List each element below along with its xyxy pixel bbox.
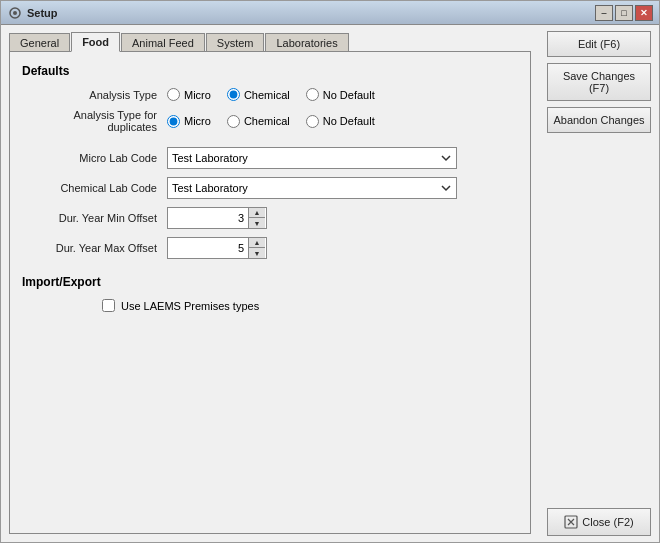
radio-dup-chemical-label: Chemical (244, 115, 290, 127)
edit-button[interactable]: Edit (F6) (547, 31, 651, 57)
analysis-type-dup-row: Analysis Type for duplicates Micro Chemi… (22, 109, 518, 133)
radio-dup-no-default-input[interactable] (306, 115, 319, 128)
chemical-lab-code-row: Chemical Lab Code Test Laboratory (22, 177, 518, 199)
tab-food-content: Defaults Analysis Type Micro Chemical (9, 51, 531, 534)
radio-micro-label: Micro (184, 89, 211, 101)
analysis-type-dup-radio-group: Micro Chemical No Default (167, 115, 375, 128)
close-button-label: Close (F2) (582, 516, 633, 528)
abandon-changes-button[interactable]: Abandon Changes (547, 107, 651, 133)
radio-dup-chemical-item[interactable]: Chemical (227, 115, 290, 128)
tab-bar: General Food Animal Feed System Laborato… (9, 31, 531, 51)
title-bar-icon (7, 5, 23, 21)
tab-food[interactable]: Food (71, 32, 120, 52)
dur-year-min-spinner-buttons: ▲ ▼ (248, 208, 265, 228)
setup-window: Setup – □ ✕ General Food Animal Feed Sys… (0, 0, 660, 543)
radio-dup-micro-input[interactable] (167, 115, 180, 128)
radio-micro-item[interactable]: Micro (167, 88, 211, 101)
window-title: Setup (27, 7, 595, 19)
analysis-type-radio-group: Micro Chemical No Default (167, 88, 375, 101)
radio-no-default-item[interactable]: No Default (306, 88, 375, 101)
radio-no-default-label: No Default (323, 89, 375, 101)
tab-general[interactable]: General (9, 33, 70, 52)
radio-chemical-item[interactable]: Chemical (227, 88, 290, 101)
dur-year-min-input[interactable] (168, 210, 248, 226)
import-export-section: Import/Export Use LAEMS Premises types (22, 275, 518, 312)
micro-lab-code-select[interactable]: Test Laboratory (167, 147, 457, 169)
radio-chemical-input[interactable] (227, 88, 240, 101)
close-icon (564, 515, 578, 529)
dur-year-min-decrement[interactable]: ▼ (249, 218, 265, 228)
radio-dup-chemical-input[interactable] (227, 115, 240, 128)
micro-lab-code-label: Micro Lab Code (22, 152, 167, 164)
dur-year-max-spinner: ▲ ▼ (167, 237, 267, 259)
minimize-button[interactable]: – (595, 5, 613, 21)
micro-lab-code-row: Micro Lab Code Test Laboratory (22, 147, 518, 169)
chemical-lab-code-select[interactable]: Test Laboratory (167, 177, 457, 199)
close-button[interactable]: Close (F2) (547, 508, 651, 536)
use-laems-label: Use LAEMS Premises types (121, 300, 259, 312)
dur-year-max-row: Dur. Year Max Offset ▲ ▼ (22, 237, 518, 259)
dur-year-min-row: Dur. Year Min Offset ▲ ▼ (22, 207, 518, 229)
title-bar: Setup – □ ✕ (1, 1, 659, 25)
dur-year-min-increment[interactable]: ▲ (249, 208, 265, 218)
dur-year-min-label: Dur. Year Min Offset (22, 212, 167, 224)
dur-year-min-spinner: ▲ ▼ (167, 207, 267, 229)
radio-chemical-label: Chemical (244, 89, 290, 101)
analysis-type-row: Analysis Type Micro Chemical No Defau (22, 88, 518, 101)
radio-dup-no-default-label: No Default (323, 115, 375, 127)
import-export-title: Import/Export (22, 275, 518, 289)
svg-point-1 (13, 11, 17, 15)
content-area: General Food Animal Feed System Laborato… (1, 25, 659, 542)
dur-year-max-input[interactable] (168, 240, 248, 256)
dur-year-max-decrement[interactable]: ▼ (249, 248, 265, 258)
dur-year-max-label: Dur. Year Max Offset (22, 242, 167, 254)
analysis-type-label: Analysis Type (22, 89, 167, 101)
tab-system[interactable]: System (206, 33, 265, 52)
radio-no-default-input[interactable] (306, 88, 319, 101)
defaults-section-title: Defaults (22, 64, 518, 78)
main-panel: General Food Animal Feed System Laborato… (1, 25, 539, 542)
dur-year-max-increment[interactable]: ▲ (249, 238, 265, 248)
radio-dup-micro-item[interactable]: Micro (167, 115, 211, 128)
tab-laboratories[interactable]: Laboratories (265, 33, 348, 52)
dur-year-max-spinner-buttons: ▲ ▼ (248, 238, 265, 258)
radio-dup-no-default-item[interactable]: No Default (306, 115, 375, 128)
title-bar-buttons: – □ ✕ (595, 5, 653, 21)
use-laems-row: Use LAEMS Premises types (22, 299, 518, 312)
radio-dup-micro-label: Micro (184, 115, 211, 127)
chemical-lab-code-label: Chemical Lab Code (22, 182, 167, 194)
save-changes-button[interactable]: Save Changes (F7) (547, 63, 651, 101)
use-laems-checkbox[interactable] (102, 299, 115, 312)
tab-animal-feed[interactable]: Animal Feed (121, 33, 205, 52)
maximize-button[interactable]: □ (615, 5, 633, 21)
analysis-type-dup-label: Analysis Type for duplicates (22, 109, 167, 133)
radio-micro-input[interactable] (167, 88, 180, 101)
close-window-button[interactable]: ✕ (635, 5, 653, 21)
side-panel: Edit (F6) Save Changes (F7) Abandon Chan… (539, 25, 659, 542)
